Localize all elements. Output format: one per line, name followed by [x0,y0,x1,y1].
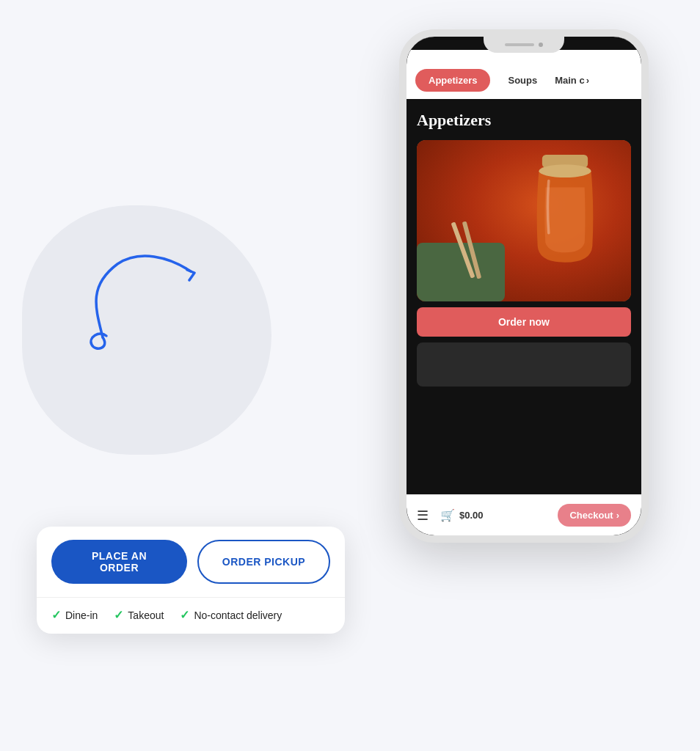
section-title: Appetizers [417,111,631,130]
divider [37,597,345,598]
phone-content: Appetizers [406,99,641,494]
category-tabs: Appetizers Soups Main c › [406,50,641,99]
tab-main-courses[interactable]: Main c › [555,75,589,86]
action-buttons-row: PLACE AN ORDER ORDER PICKUP [51,540,330,584]
notch-speaker [505,43,534,46]
arrow-annotation [73,242,220,362]
hamburger-menu-icon[interactable]: ☰ [417,508,429,524]
order-pickup-button[interactable]: ORDER PICKUP [197,540,330,584]
phone-body: Appetizers Soups Main c › Appetizers [399,29,649,543]
service-dine-in: ✓ Dine-in [51,608,98,622]
check-icon-no-contact: ✓ [180,608,189,622]
check-icon-takeout: ✓ [114,608,123,622]
phone-bottom-bar: ☰ 🛒 $0.00 Checkout › [406,494,641,535]
phone-screen: Appetizers Soups Main c › Appetizers [406,37,641,535]
phone-mockup: Appetizers Soups Main c › Appetizers [399,29,649,543]
service-no-contact: ✓ No-contact delivery [180,608,282,622]
svg-point-1 [539,164,591,177]
action-card: PLACE AN ORDER ORDER PICKUP ✓ Dine-in ✓ … [37,527,345,634]
cart-amount-display[interactable]: 🛒 $0.00 [440,508,558,522]
checkout-label: Checkout [569,510,613,521]
service-dine-in-label: Dine-in [65,609,98,621]
tab-soups[interactable]: Soups [495,69,550,92]
tab-more-arrow: › [586,75,589,86]
service-takeout: ✓ Takeout [114,608,164,622]
service-no-contact-label: No-contact delivery [194,609,282,621]
food-image [417,140,631,301]
cart-total: $0.00 [459,510,484,521]
phone-notch [484,37,564,53]
service-options: ✓ Dine-in ✓ Takeout ✓ No-contact deliver… [51,608,330,622]
place-order-button[interactable]: PLACE AN ORDER [51,540,187,584]
tab-appetizers[interactable]: Appetizers [415,69,490,92]
checkout-button[interactable]: Checkout › [558,504,631,527]
check-icon-dine-in: ✓ [51,608,61,622]
food-card-2 [417,342,631,387]
kimchi-jar-svg [521,155,609,272]
cart-icon: 🛒 [440,508,455,522]
service-takeout-label: Takeout [128,609,164,621]
kimchi-image [417,140,631,301]
checkout-arrow: › [616,510,619,521]
order-now-button[interactable]: Order now [417,307,631,337]
tab-main-label: Main c [555,75,584,86]
notch-camera [539,43,543,47]
